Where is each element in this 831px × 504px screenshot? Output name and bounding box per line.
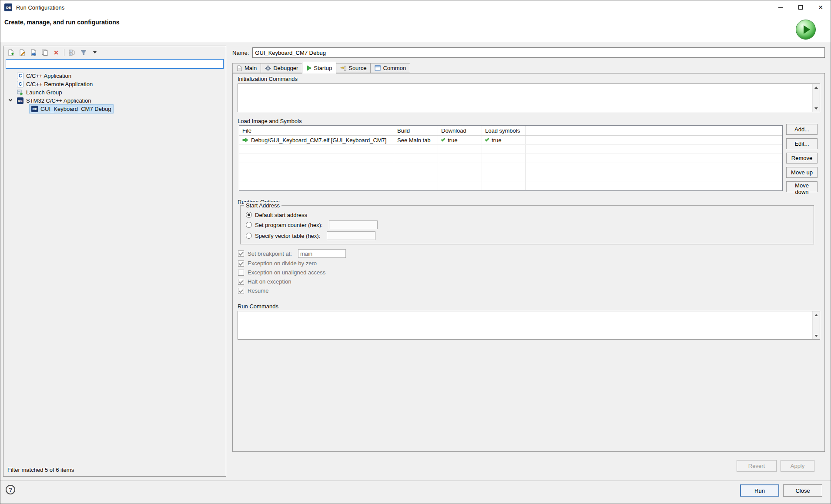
scroll-up-icon xyxy=(814,87,818,89)
source-tab-icon xyxy=(340,65,346,71)
filter-configurations-button[interactable] xyxy=(79,48,88,57)
halt-on-exception-checkbox[interactable]: Halt on exception xyxy=(238,278,291,285)
scrollbar[interactable] xyxy=(812,84,820,112)
column-header-build[interactable]: Build xyxy=(394,126,438,135)
checkbox-label: Exception on divide by zero xyxy=(248,260,317,267)
configurations-panel: ✕ C C/C++ Application xyxy=(3,46,226,477)
checkbox-icon xyxy=(238,288,244,294)
close-icon: ✕ xyxy=(818,4,823,10)
tree-item-stm32-application[interactable]: IDE STM32 C/C++ Application xyxy=(3,97,226,105)
empty-table-row xyxy=(239,154,782,163)
tab-source[interactable]: Source xyxy=(336,63,371,73)
exception-unaligned-access-checkbox[interactable]: Exception on unaligned access xyxy=(238,269,325,276)
column-header-download[interactable]: Download xyxy=(438,126,482,135)
maximize-button[interactable] xyxy=(791,0,811,14)
scroll-up-icon xyxy=(814,314,818,316)
default-start-address-radio[interactable]: Default start address xyxy=(246,211,307,219)
run-button[interactable]: Run xyxy=(740,484,779,497)
launch-group-icon xyxy=(17,89,23,96)
window-controls: ✕ xyxy=(771,0,831,14)
tree-item-launch-group[interactable]: Launch Group xyxy=(3,88,226,97)
checkbox-icon xyxy=(238,250,244,257)
move-down-button[interactable]: Move down xyxy=(786,181,818,192)
delete-configuration-button[interactable]: ✕ xyxy=(52,48,60,57)
revert-apply-buttons: Revert Apply xyxy=(737,460,814,472)
filter-status-text: Filter matched 5 of 6 items xyxy=(7,467,74,473)
name-row: Name: xyxy=(232,47,825,58)
dialog-header: Create, manage, and run configurations xyxy=(0,14,831,42)
filter-input[interactable] xyxy=(6,59,224,69)
new-configuration-icon xyxy=(7,49,14,56)
build-cell: See Main tab xyxy=(394,136,438,144)
run-configurations-icon xyxy=(796,20,816,40)
initialization-commands-label: Initialization Commands xyxy=(238,76,298,82)
tab-label: Debugger xyxy=(273,65,298,71)
view-menu-button[interactable] xyxy=(90,48,99,57)
tree-item-gui-keyboard-cm7-debug[interactable]: IDE GUI_Keyboard_CM7 Debug xyxy=(3,105,226,113)
stm32-application-icon: IDE xyxy=(31,106,38,112)
run-commands-textarea[interactable] xyxy=(238,311,820,340)
minimize-button[interactable] xyxy=(771,0,791,14)
column-header-file[interactable]: File xyxy=(239,126,394,135)
checkbox-label: Resume xyxy=(248,287,268,294)
expand-collapse-icon[interactable] xyxy=(9,98,12,101)
column-header-load-symbols[interactable]: Load symbols xyxy=(482,126,526,135)
checkbox-icon xyxy=(238,260,244,267)
toolbar-separator xyxy=(64,49,64,56)
collapse-all-button[interactable] xyxy=(68,48,77,57)
breakpoint-symbol-input[interactable] xyxy=(298,249,346,258)
load-symbols-cell-text: true xyxy=(492,137,501,144)
tab-common[interactable]: Common xyxy=(370,63,410,73)
checkbox-icon xyxy=(238,270,244,276)
export-configurations-button[interactable] xyxy=(29,48,38,57)
move-up-button[interactable]: Move up xyxy=(786,167,818,178)
scroll-down-button[interactable] xyxy=(813,105,820,112)
revert-button[interactable]: Revert xyxy=(737,460,777,472)
exception-divide-by-zero-checkbox[interactable]: Exception on divide by zero xyxy=(238,260,317,267)
bottom-separator xyxy=(0,481,831,481)
set-program-counter-radio[interactable]: Set program counter (hex): xyxy=(246,221,378,229)
file-cell-text: Debug/GUI_Keyboard_CM7.elf [GUI_Keyboard… xyxy=(251,137,386,144)
load-image-symbols-label: Load Image and Symbols xyxy=(238,118,302,124)
delete-icon: ✕ xyxy=(54,50,59,56)
specify-vector-table-radio[interactable]: Specify vector table (hex): xyxy=(246,232,375,240)
vector-table-input[interactable] xyxy=(327,231,375,240)
configurations-toolbar: ✕ xyxy=(3,46,226,59)
duplicate-configuration-button[interactable] xyxy=(40,48,49,57)
name-label: Name: xyxy=(232,50,249,56)
add-button[interactable]: Add... xyxy=(786,124,818,135)
table-row[interactable]: Debug/GUI_Keyboard_CM7.elf [GUI_Keyboard… xyxy=(239,136,782,145)
tree-item-cpp-application[interactable]: C C/C++ Application xyxy=(3,72,226,80)
tab-label: Common xyxy=(383,65,406,71)
new-configuration-button[interactable] xyxy=(7,48,15,57)
tree-item-cpp-remote-application[interactable]: C C/C++ Remote Application xyxy=(3,80,226,88)
new-prototype-button[interactable] xyxy=(18,48,27,57)
scrollbar[interactable] xyxy=(812,311,820,339)
download-cell: true xyxy=(438,136,482,144)
configuration-name-input[interactable] xyxy=(252,47,825,58)
file-cell: Debug/GUI_Keyboard_CM7.elf [GUI_Keyboard… xyxy=(239,136,394,144)
close-button[interactable]: Close xyxy=(783,484,822,497)
radio-icon xyxy=(246,233,252,239)
tree-item-label: Launch Group xyxy=(26,89,62,96)
help-button[interactable]: ? xyxy=(6,485,15,494)
tab-main[interactable]: Main xyxy=(232,63,261,73)
edit-button[interactable]: Edit... xyxy=(786,138,818,149)
radio-label: Set program counter (hex): xyxy=(255,222,322,228)
apply-button[interactable]: Apply xyxy=(781,460,814,472)
scroll-up-button[interactable] xyxy=(813,311,820,318)
scroll-up-button[interactable] xyxy=(813,84,820,91)
tab-debugger[interactable]: Debugger xyxy=(261,63,302,73)
checkbox-label: Set breakpoint at: xyxy=(248,250,292,257)
tab-startup[interactable]: Startup xyxy=(302,62,336,73)
set-breakpoint-checkbox-row[interactable]: Set breakpoint at: xyxy=(238,249,346,258)
run-commands-label: Run Commands xyxy=(238,303,278,310)
load-image-table: File Build Download Load symbols Debug/G… xyxy=(239,125,783,191)
initialization-commands-textarea[interactable] xyxy=(238,83,820,112)
program-counter-input[interactable] xyxy=(329,220,378,229)
remove-button[interactable]: Remove xyxy=(786,153,818,164)
checkbox-label: Halt on exception xyxy=(248,278,291,285)
close-window-button[interactable]: ✕ xyxy=(811,0,831,14)
resume-checkbox[interactable]: Resume xyxy=(238,287,268,294)
scroll-down-button[interactable] xyxy=(813,332,820,339)
